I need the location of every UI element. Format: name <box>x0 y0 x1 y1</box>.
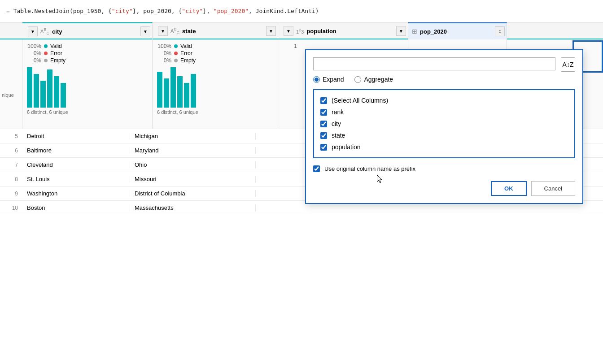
prefix-checkbox[interactable] <box>313 165 320 172</box>
col-sort-btn-city[interactable]: ▼ <box>140 26 150 36</box>
state-valid-label: Valid <box>180 43 192 49</box>
cell-city-7: Cleveland <box>22 161 130 168</box>
cancel-button[interactable]: Cancel <box>531 181 575 196</box>
city-bar-6 <box>61 83 66 108</box>
city-empty-label: Empty <box>50 57 66 64</box>
formula-text: = Table.NestedJoin(pop_1950, {"city"}, p… <box>6 8 319 14</box>
row-num-6: 6 <box>0 147 22 154</box>
row-num-10: 10 <box>0 205 22 211</box>
cell-state-5: Michigan <box>130 133 256 139</box>
cell-state-9: District of Columbia <box>130 190 256 197</box>
checkbox-rank-label: rank <box>332 108 344 116</box>
cell-state-8: Missouri <box>130 176 256 182</box>
row-num-7: 7 <box>0 162 22 168</box>
state-error-dot <box>174 52 178 55</box>
city-bar-4 <box>47 69 52 108</box>
checkbox-list: (Select All Columns) rank city state pop… <box>313 89 575 158</box>
col-type-city: ABC <box>40 27 49 35</box>
checkbox-population-label: population <box>332 143 361 151</box>
col-type-pop2020: ⊞ <box>412 28 417 35</box>
search-input[interactable] <box>313 57 555 70</box>
radio-row: Expand Aggregate <box>313 76 575 83</box>
row-num-5: 5 <box>0 133 22 139</box>
checkbox-population[interactable]: population <box>320 141 568 153</box>
city-bar-3 <box>40 81 46 108</box>
prefix-row: Use original column name as prefix <box>313 165 575 172</box>
row-num-8: 8 <box>0 176 22 182</box>
cell-city-5: Detroit <box>22 133 130 139</box>
state-bar-5 <box>184 83 189 108</box>
prefix-label: Use original column name as prefix <box>324 165 415 172</box>
col-sort-btn-population[interactable]: ▼ <box>396 26 406 36</box>
city-valid-dot <box>44 44 48 48</box>
expand-columns-overlay: A↕Z Expand Aggregate (Select All Columns… <box>305 49 583 204</box>
sort-az-icon: A↕Z <box>563 61 574 68</box>
state-empty-pct: 0% <box>157 57 171 64</box>
cell-state-7: Ohio <box>130 161 256 168</box>
checkbox-city-label: city <box>332 120 341 127</box>
col-filter-btn-population[interactable]: ▼ <box>284 26 293 36</box>
radio-expand-label[interactable]: Expand <box>313 76 344 83</box>
cell-city-9: Washington <box>22 190 130 197</box>
checkbox-state[interactable]: state <box>320 130 568 141</box>
state-bar-chart <box>157 67 273 108</box>
state-bar-2 <box>164 78 169 108</box>
state-empty-dot <box>174 59 178 62</box>
col-label-state: state <box>182 28 196 35</box>
state-error-pct: 0% <box>157 50 171 56</box>
col-label-city: city <box>52 28 62 35</box>
checkbox-city-input[interactable] <box>320 121 327 127</box>
city-bar-chart <box>27 67 148 108</box>
col-filter-btn-state[interactable]: ▼ <box>158 26 168 36</box>
radio-aggregate-label[interactable]: Aggregate <box>354 76 393 83</box>
city-error-dot <box>44 52 48 55</box>
col-label-population: population <box>306 28 336 35</box>
state-valid-pct: 100% <box>157 43 171 49</box>
checkbox-state-label: state <box>332 132 345 139</box>
checkbox-state-input[interactable] <box>320 132 327 139</box>
row-num-9: 9 <box>0 191 22 197</box>
column-headers: ▼ ABC city ▼ ▼ ABC state ▼ ▼ 123 populat… <box>0 22 603 39</box>
cell-city-10: Boston <box>22 204 130 211</box>
col-label-pop2020: pop_2020 <box>420 28 447 35</box>
cell-city-6: Baltimore <box>22 147 130 154</box>
col-filter-btn-city[interactable]: ▼ <box>28 26 38 36</box>
cell-state-6: Maryland <box>130 147 256 154</box>
city-error-label: Error <box>50 50 62 56</box>
checkbox-select-all-input[interactable] <box>320 97 327 104</box>
checkbox-population-input[interactable] <box>320 144 327 151</box>
col-type-state: ABC <box>170 27 179 35</box>
checkbox-city[interactable]: city <box>320 118 568 130</box>
cell-state-10: Massachusetts <box>130 204 256 211</box>
city-bar-2 <box>34 74 39 108</box>
pop-valid-pct: 1 <box>283 43 297 49</box>
sort-button[interactable]: A↕Z <box>561 57 575 72</box>
radio-aggregate[interactable] <box>354 76 361 83</box>
col-type-population: 123 <box>296 28 304 35</box>
checkbox-select-all-label: (Select All Columns) <box>332 97 388 104</box>
left-distinct-label: nique <box>2 92 20 98</box>
radio-expand[interactable] <box>313 76 320 83</box>
checkbox-select-all[interactable]: (Select All Columns) <box>320 95 568 106</box>
col-header-population: ▼ 123 population ▼ <box>278 22 408 39</box>
checkbox-rank[interactable]: rank <box>320 106 568 118</box>
city-distinct-label: 6 distinct, 6 unique <box>27 109 148 115</box>
city-valid-label: Valid <box>50 43 62 49</box>
state-bar-6 <box>191 74 196 108</box>
city-empty-dot <box>44 59 48 62</box>
city-valid-pct: 100% <box>27 43 41 49</box>
col-expand-btn-pop2020[interactable]: ↕ <box>495 26 505 36</box>
city-empty-pct: 0% <box>27 57 41 64</box>
city-bar-1 <box>27 67 32 108</box>
ok-button[interactable]: OK <box>491 181 527 196</box>
col-sort-btn-state[interactable]: ▼ <box>266 26 276 36</box>
table-area: ▼ ABC city ▼ ▼ ABC state ▼ ▼ 123 populat… <box>0 22 603 364</box>
state-error-label: Error <box>180 50 192 56</box>
cell-city-8: St. Louis <box>22 176 130 182</box>
col-header-city: ▼ ABC city ▼ <box>22 22 153 39</box>
col-header-pop2020: ⊞ pop_2020 ↕ <box>408 22 507 39</box>
radio-expand-text: Expand <box>323 76 344 83</box>
state-bar-1 <box>157 72 162 108</box>
button-row: OK Cancel <box>313 181 575 196</box>
checkbox-rank-input[interactable] <box>320 109 327 116</box>
